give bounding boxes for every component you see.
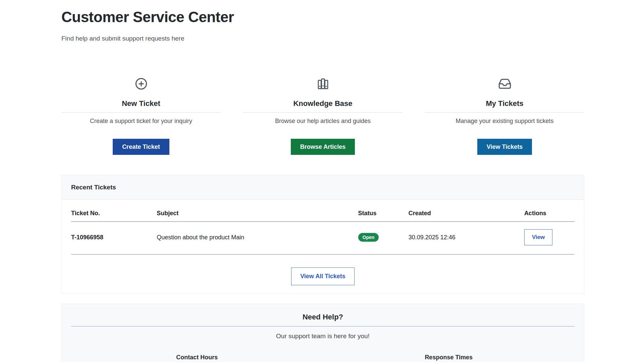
feature-title: My Tickets	[425, 99, 584, 108]
column-header-actions: Actions	[524, 210, 575, 222]
contact-hours-heading: Contact Hours	[71, 354, 323, 361]
recent-tickets-panel: Recent Tickets Ticket No. Subject Status…	[61, 175, 584, 294]
page-container: Customer Service Center Find help and su…	[61, 0, 584, 362]
column-header-status: Status	[358, 210, 409, 222]
feature-title: Knowledge Base	[243, 99, 402, 108]
view-tickets-button[interactable]: View Tickets	[477, 139, 532, 155]
response-times-block: Response Times We typically respond with…	[323, 354, 575, 362]
feature-knowledge-base: Knowledge Base Browse our help articles …	[243, 77, 402, 155]
table-header-row: Ticket No. Subject Status Created Action…	[71, 210, 575, 222]
page-title: Customer Service Center	[61, 9, 584, 25]
need-help-subtitle: Our support team is here for you!	[71, 333, 575, 340]
status-badge: Open	[358, 233, 379, 242]
feature-title: New Ticket	[61, 99, 221, 108]
browse-articles-button[interactable]: Browse Articles	[291, 139, 355, 155]
inbox-icon	[425, 77, 584, 90]
need-help-panel: Need Help? Our support team is here for …	[61, 304, 584, 362]
column-header-created: Created	[409, 210, 524, 222]
column-header-subject: Subject	[157, 210, 358, 222]
divider	[71, 326, 575, 326]
ticket-created-date: 30.09.2025 12:46	[409, 222, 524, 254]
recent-tickets-body: Ticket No. Subject Status Created Action…	[62, 200, 584, 293]
circle-plus-icon	[61, 77, 221, 90]
feature-cards-row: New Ticket Create a support ticket for y…	[61, 77, 584, 155]
view-ticket-button[interactable]: View	[524, 229, 552, 245]
create-ticket-button[interactable]: Create Ticket	[113, 139, 169, 155]
page-subtitle: Find help and submit support requests he…	[61, 35, 584, 42]
recent-tickets-title: Recent Tickets	[62, 175, 584, 200]
ticket-subject: Question about the product Main	[157, 222, 358, 254]
need-help-title: Need Help?	[71, 313, 575, 321]
table-row: T-10966958 Question about the product Ma…	[71, 222, 575, 254]
column-header-ticket-no: Ticket No.	[71, 210, 157, 222]
divider	[425, 112, 584, 113]
feature-description: Create a support ticket for your inquiry	[61, 118, 221, 125]
divider	[61, 112, 221, 113]
tickets-table: Ticket No. Subject Status Created Action…	[71, 210, 575, 255]
library-icon	[243, 77, 402, 90]
ticket-number: T-10966958	[71, 222, 157, 254]
feature-description: Browse our help articles and guides	[243, 118, 402, 125]
feature-description: Manage your existing support tickets	[425, 118, 584, 125]
view-all-tickets-button[interactable]: View All Tickets	[291, 267, 355, 285]
response-times-heading: Response Times	[323, 354, 575, 361]
contact-hours-block: Contact Hours Monday - Friday: 9:00 AM -…	[71, 354, 323, 362]
divider	[243, 112, 402, 113]
feature-new-ticket: New Ticket Create a support ticket for y…	[61, 77, 221, 155]
feature-my-tickets: My Tickets Manage your existing support …	[425, 77, 584, 155]
